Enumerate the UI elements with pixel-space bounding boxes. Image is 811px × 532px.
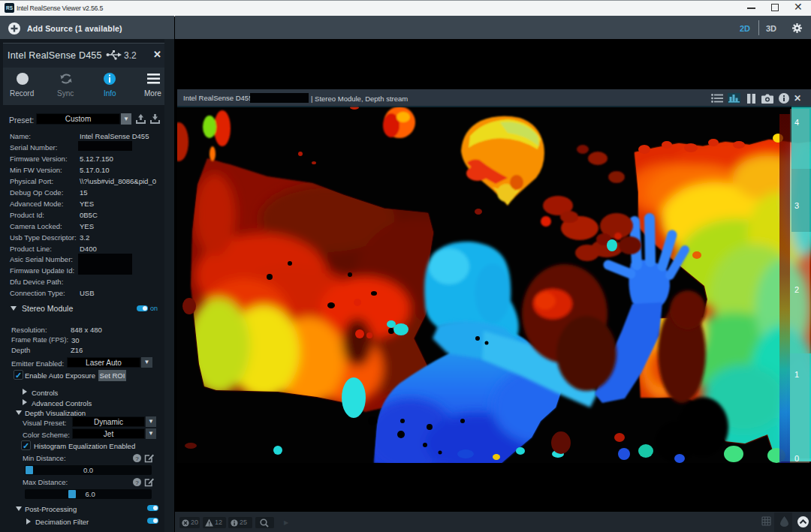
- svg-text:3: 3: [794, 201, 799, 210]
- svg-text:4: 4: [794, 118, 799, 127]
- svg-text:?: ?: [135, 479, 139, 486]
- svg-text:2: 2: [794, 285, 799, 294]
- svg-text:1: 1: [794, 370, 799, 379]
- svg-text:?: ?: [135, 455, 139, 462]
- svg-text:0: 0: [794, 454, 799, 463]
